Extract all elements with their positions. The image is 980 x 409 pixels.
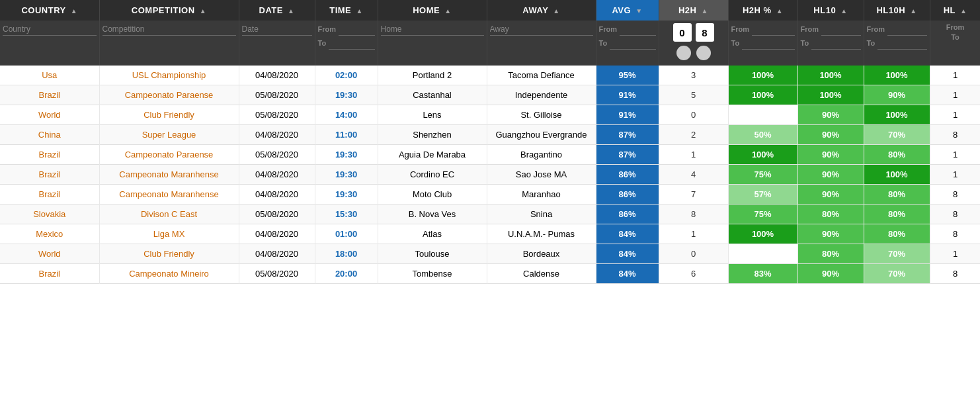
filter-competition-cell [99,21,239,66]
table-row: BrazilCampeonato Paraense05/08/202019:30… [0,145,980,165]
header-avg[interactable]: AVG ▼ [596,0,659,21]
filter-hl10-to-input[interactable] [811,37,860,50]
cell-country: Slovakia [0,204,99,224]
header-hl-label: HL [944,5,956,15]
cell-h2hp: 100% [728,224,797,244]
filter-away-cell [487,21,596,66]
filter-avg-to-label: To [599,39,608,47]
h2h-number-display: 0 8 [673,23,714,42]
cell-hl10: 90% [797,165,864,185]
cell-avg: 87% [596,125,659,145]
cell-h2hp: 100% [728,85,797,105]
header-home[interactable]: HOME ▲ [378,0,487,21]
cell-hl10: 90% [797,125,864,145]
header-time[interactable]: TIME ▲ [315,0,378,21]
cell-home: Castanhal [378,85,487,105]
cell-country: Brazil [0,85,99,105]
cell-time: 19:30 [315,145,378,165]
filter-time-from-input[interactable] [339,23,375,36]
cell-date: 04/08/2020 [239,224,315,244]
cell-hl: 1 [930,165,980,185]
header-hl10h[interactable]: HL10H ▲ [864,0,930,21]
header-hl[interactable]: HL ▲ [930,0,980,21]
filter-avg-from-input[interactable] [620,23,656,36]
sort-arrow-hl10h: ▲ [910,7,917,15]
cell-away: Tacoma Defiance [487,66,596,85]
header-hl10-label: HL10 [813,5,836,15]
sort-arrow-away: ▲ [553,7,559,15]
filter-hl10h-cell: From To [864,21,930,66]
h2h-min-display[interactable]: 0 [673,23,692,42]
filter-time-from-row: From [318,23,375,36]
h2h-filter-widget: 0 8 [662,23,725,60]
filter-country-input[interactable] [3,23,97,36]
cell-h2hp [728,105,797,125]
header-avg-label: AVG [612,5,631,15]
filter-hl10-to-row: To [801,37,861,50]
cell-hl: 8 [930,185,980,204]
header-competition[interactable]: COMPETITION ▲ [99,0,239,21]
cell-date: 04/08/2020 [239,125,315,145]
sort-arrow-time: ▲ [356,7,362,15]
cell-away: Sao Jose MA [487,165,596,185]
filter-time-from-label: From [318,25,337,33]
filter-competition-input[interactable] [102,23,236,36]
cell-date: 04/08/2020 [239,66,315,85]
cell-home: Aguia De Maraba [378,145,487,165]
filter-h2hp-from-row: From [731,23,795,36]
header-away[interactable]: AWAY ▲ [487,0,596,21]
h2h-max-display[interactable]: 8 [696,23,714,42]
header-country[interactable]: COUNTRY ▲ [0,0,99,21]
filter-hl10-from-label: From [801,25,819,33]
cell-h2hp: 100% [728,145,797,165]
filter-hl10h-from-row: From [867,23,927,36]
cell-country: Brazil [0,185,99,204]
h2h-toggle-left[interactable] [676,46,691,60]
filter-h2hp-from-input[interactable] [752,23,795,36]
cell-hl10h: 80% [864,185,930,204]
h2h-toggle-controls [676,46,711,60]
header-h2h[interactable]: H2H ▲ [659,0,728,21]
filter-avg-cell: From To [596,21,659,66]
filter-h2hp-to-input[interactable] [742,37,794,50]
header-h2hp[interactable]: H2H % ▲ [728,0,797,21]
cell-country: Brazil [0,264,99,284]
header-date[interactable]: DATE ▲ [239,0,315,21]
filter-date-input[interactable] [242,23,312,36]
cell-date: 05/08/2020 [239,85,315,105]
cell-h2hp [728,244,797,264]
header-hl10h-label: HL10H [876,5,905,15]
filter-hl-to-label: To [933,33,978,41]
cell-avg: 84% [596,244,659,264]
table-row: MexicoLiga MX04/08/202001:00AtlasU.N.A.M… [0,224,980,244]
filter-hl10-to-label: To [801,39,809,47]
filter-hl10h-to-input[interactable] [878,37,926,50]
filter-hl10-from-input[interactable] [821,23,861,36]
cell-hl10h: 90% [864,85,930,105]
header-hl10[interactable]: HL10 ▲ [797,0,864,21]
filter-time-to-input[interactable] [329,37,374,50]
cell-h2h: 1 [659,224,728,244]
cell-h2hp: 75% [728,204,797,224]
filter-avg-from-to: From To [599,23,656,50]
filter-home-input[interactable] [381,23,484,36]
filter-avg-to-input[interactable] [610,37,655,50]
filter-time-to-label: To [318,39,327,47]
cell-hl10: 90% [797,145,864,165]
cell-h2hp: 75% [728,165,797,185]
cell-hl10: 80% [797,204,864,224]
cell-date: 05/08/2020 [239,264,315,284]
filter-avg-from-row: From [599,23,656,36]
h2h-toggle-right[interactable] [696,46,711,60]
filter-away-input[interactable] [490,23,593,36]
cell-hl10h: 80% [864,224,930,244]
filter-hl10h-from-input[interactable] [887,23,927,36]
filter-h2hp-from-label: From [731,25,750,33]
cell-avg: 86% [596,204,659,224]
cell-date: 05/08/2020 [239,145,315,165]
cell-date: 04/08/2020 [239,244,315,264]
cell-hl10h: 70% [864,264,930,284]
cell-hl: 8 [930,125,980,145]
cell-country: World [0,105,99,125]
cell-hl10: 90% [797,185,864,204]
